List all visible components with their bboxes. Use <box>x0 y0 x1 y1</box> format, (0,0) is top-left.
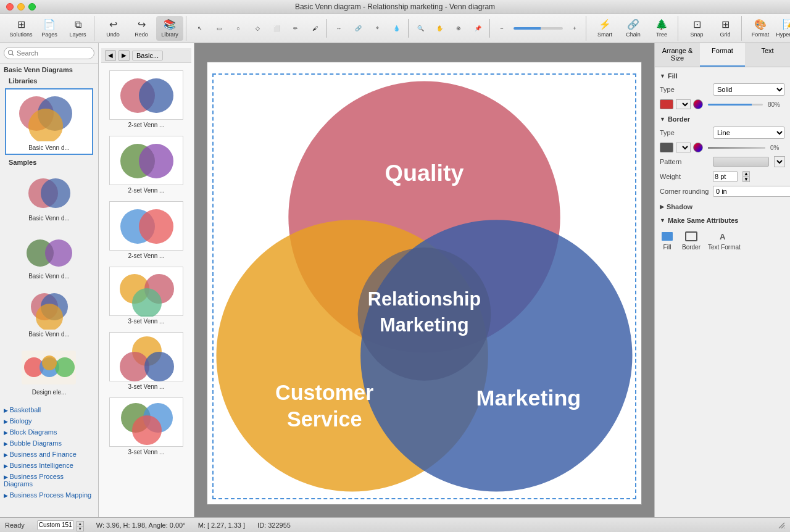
border-section-header[interactable]: ▼ Border <box>660 115 785 123</box>
fill-color-select[interactable] <box>676 99 691 109</box>
thumb-3set-2[interactable]: 3-set Venn ... <box>106 330 186 393</box>
border-pattern-dropdown[interactable] <box>774 156 785 167</box>
samples-label: Samples <box>9 159 36 166</box>
fill-section-header[interactable]: ▼ Fill <box>660 72 785 80</box>
browse-tool[interactable]: ⬜ <box>268 16 285 41</box>
pen-tool[interactable]: ✏ <box>287 16 304 41</box>
cat-business-process-diagrams[interactable]: Business Process Diagrams <box>0 471 98 489</box>
solutions-button[interactable]: ⊞ Solutions <box>7 16 35 41</box>
border-type-row: Type Line <box>660 127 785 139</box>
tab-text[interactable]: Text <box>745 43 790 67</box>
cat-basketball[interactable]: Basketball <box>0 404 98 415</box>
nav-back-btn[interactable]: ◀ <box>105 50 116 61</box>
cat-business-intelligence[interactable]: Business Intelligence <box>0 460 98 471</box>
minimize-button[interactable] <box>17 3 25 10</box>
pin-tool[interactable]: 📌 <box>469 16 486 41</box>
basic-venn-header[interactable]: Basic Venn Diagrams <box>0 64 98 76</box>
smart-button[interactable]: ⚡ Smart <box>591 16 618 41</box>
zoom-plus-btn[interactable]: + <box>566 16 583 41</box>
libraries-header[interactable]: Libraries <box>0 76 98 86</box>
cat-business-process-mapping[interactable]: Business Process Mapping <box>0 489 98 501</box>
zoom-slider[interactable] <box>514 27 563 30</box>
circle-tool[interactable]: ○ <box>230 16 247 41</box>
tab-format[interactable]: Format <box>700 43 745 67</box>
border-color-swatch[interactable] <box>660 143 673 152</box>
sample-item-1[interactable]: Basic Venn d... <box>4 170 94 225</box>
breadcrumb-strip[interactable]: Basic... <box>132 51 163 60</box>
diamond-tool[interactable]: ◇ <box>249 16 266 41</box>
close-button[interactable] <box>6 3 14 10</box>
border-weight-input[interactable] <box>713 171 738 182</box>
border-type-select[interactable]: Line <box>713 127 785 139</box>
svg-point-16 <box>139 78 173 113</box>
undo-button[interactable]: ↩ Undo <box>99 16 127 41</box>
make-same-header[interactable]: ▼ Make Same Attributes <box>660 217 785 224</box>
venn-diagram-svg[interactable]: Quality Customer Service Marketing Relat… <box>214 75 635 498</box>
pages-button[interactable]: 📄 Pages <box>36 16 63 41</box>
library-icon: 📚 <box>164 19 176 30</box>
make-same-text-format[interactable]: A Text Format <box>708 230 741 251</box>
sample-item-4[interactable]: Design ele... <box>4 344 94 399</box>
redo-button[interactable]: ↪ Redo <box>128 16 155 41</box>
brush-tool[interactable]: 🖌 <box>306 16 323 41</box>
chain-button[interactable]: 🔗 Chain <box>620 16 647 41</box>
thumb-3set-1[interactable]: 3-set Venn ... <box>106 264 186 327</box>
cat-block-diagrams[interactable]: Block Diagrams <box>0 426 98 438</box>
arrow-tool[interactable]: ↔ <box>330 16 347 41</box>
eyedropper-tool[interactable]: 💧 <box>388 16 405 41</box>
weight-down-btn[interactable]: ▼ <box>742 177 750 182</box>
make-same-border[interactable]: Border <box>682 230 701 251</box>
layers-button[interactable]: ⧉ Layers <box>64 16 91 41</box>
sample-item-2[interactable]: Basic Venn d... <box>4 228 94 283</box>
canvas-area[interactable]: Quality Customer Service Marketing Relat… <box>194 43 654 517</box>
cat-bubble-diagrams[interactable]: Bubble Diagrams <box>0 438 98 449</box>
library-button[interactable]: 📚 Library <box>156 16 183 41</box>
lasso-tool[interactable]: ⌖ <box>368 16 386 41</box>
border-color-wheel[interactable] <box>693 143 703 152</box>
link-tool[interactable]: 🔗 <box>349 16 367 41</box>
cat-business-finance[interactable]: Business and Finance <box>0 449 98 460</box>
zoom-minus-btn[interactable]: − <box>493 16 510 41</box>
hand-tool[interactable]: ✋ <box>431 16 448 41</box>
border-color-select[interactable] <box>676 143 691 152</box>
selected-preview-card[interactable]: Basic Venn d... <box>5 88 93 155</box>
zoom-step-down[interactable]: ▼ <box>77 526 84 531</box>
grid-button[interactable]: ⊞ Grid <box>712 16 739 41</box>
thumb-2set-2[interactable]: 2-set Venn ... <box>106 133 186 196</box>
shadow-section-header[interactable]: ▶ Shadow <box>660 203 785 210</box>
search-input[interactable] <box>4 47 94 59</box>
fill-color-swatch[interactable] <box>660 99 673 109</box>
fill-color-wheel[interactable] <box>693 99 703 109</box>
zoom-input[interactable] <box>37 520 74 530</box>
thumb-2set-3[interactable]: 2-set Venn ... <box>106 199 186 262</box>
thumb-3set-3[interactable]: 3-set Venn ... <box>106 395 186 458</box>
tree-button[interactable]: 🌲 Tree <box>648 16 675 41</box>
nav-forward-btn[interactable]: ▶ <box>118 50 130 61</box>
main-toolbar: ⊞ Solutions 📄 Pages ⧉ Layers ↩ Undo ↪ Re… <box>0 14 790 43</box>
thumb-canvas-2 <box>109 136 183 185</box>
zoom-step-up[interactable]: ▲ <box>77 521 84 526</box>
resize-handle[interactable] <box>776 520 785 530</box>
rect-tool[interactable]: ▭ <box>210 16 228 41</box>
samples-header[interactable]: Samples <box>0 157 98 167</box>
corner-rounding-input[interactable] <box>713 186 790 197</box>
border-opacity-slider[interactable] <box>708 147 765 149</box>
sample-item-3[interactable]: Basic Venn d... <box>4 286 94 341</box>
hypernote-button[interactable]: 📝 Hypernote <box>775 16 790 41</box>
fill-opacity-slider[interactable] <box>708 104 763 106</box>
border-pattern-select[interactable] <box>713 157 769 167</box>
make-same-fill[interactable]: Fill <box>660 230 675 251</box>
fill-type-select[interactable]: Solid <box>713 83 785 96</box>
snap-button[interactable]: ⊡ Snap <box>683 16 710 41</box>
cat-biology[interactable]: Biology <box>0 415 98 426</box>
format-button[interactable]: 🎨 Format <box>747 16 774 41</box>
crosshair-tool[interactable]: ⊕ <box>450 16 467 41</box>
select-tool[interactable]: ↖ <box>191 16 209 41</box>
tab-arrange-size[interactable]: Arrange & Size <box>655 43 700 67</box>
sample-thumb-2 <box>19 231 80 272</box>
thumb-2set-1[interactable]: 2-set Venn ... <box>106 68 186 131</box>
make-same-border-icon <box>684 230 699 243</box>
zoom-out-btn[interactable]: 🔍 <box>412 16 429 41</box>
maximize-button[interactable] <box>28 3 36 10</box>
thumb-canvas-6 <box>109 397 183 447</box>
